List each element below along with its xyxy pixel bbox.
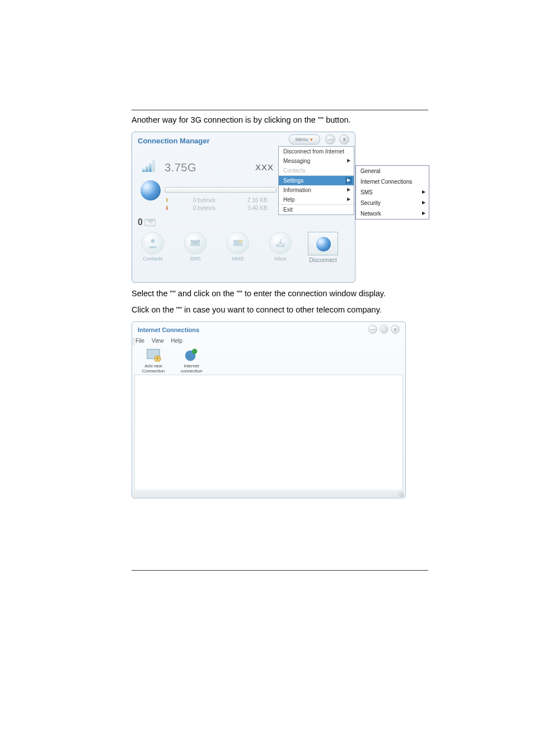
menubar: File View Help — [135, 338, 188, 344]
bottom-icon-row: Contacts SMS MMS Inbox Disconnect — [138, 232, 338, 263]
submenu-security[interactable]: Security▶ — [356, 198, 429, 208]
status-bar — [133, 489, 405, 497]
mms-button[interactable]: MMS — [223, 232, 253, 263]
menu-button[interactable]: Menu▼ — [289, 134, 320, 144]
menu-view[interactable]: View — [152, 338, 164, 344]
download-stats: ⬇ 0 bytes/s 3.40 KB — [165, 205, 268, 211]
sms-button[interactable]: SMS — [180, 232, 210, 263]
upload-stats: ⬆ 0 bytes/s 2.16 KB — [165, 197, 268, 203]
main-menu-dropdown: Disconnect from Internet Messaging▶ Cont… — [278, 146, 354, 215]
svg-point-0 — [151, 239, 154, 242]
bottom-rule — [132, 570, 428, 571]
submenu-sms[interactable]: SMS▶ — [356, 187, 429, 198]
figure-connection-manager: Connection Manager Menu▼ — x 3.75G XXX ⬆… — [132, 132, 428, 283]
minimize-button[interactable]: — — [325, 134, 335, 144]
close-button[interactable]: x — [339, 134, 349, 144]
menu-messaging[interactable]: Messaging▶ — [279, 156, 354, 166]
menu-help[interactable]: Help — [171, 338, 182, 344]
menu-settings[interactable]: Settings▶ — [279, 176, 354, 185]
top-rule — [132, 110, 428, 110]
toolbar: + Add new Connection Internet connection — [140, 347, 205, 374]
inbox-button[interactable]: Inbox — [265, 232, 296, 263]
window-title: Connection Manager — [138, 137, 210, 145]
menu-information[interactable]: Information▶ — [279, 185, 354, 195]
settings-submenu: General Internet Connections SMS▶ Securi… — [355, 165, 429, 220]
menu-disconnect-internet[interactable]: Disconnect from Internet — [279, 147, 354, 156]
paragraph-2: Select the "" and click on the "" to ent… — [132, 288, 428, 300]
toolbar-grip — [133, 338, 134, 345]
signal-icon — [142, 160, 159, 172]
minimize-button[interactable]: — — [368, 325, 377, 334]
paragraph-1: Another way for 3G connection is by clic… — [132, 115, 428, 126]
internet-connection-button[interactable]: Internet connection — [178, 347, 205, 374]
sms-counter: 0 — [138, 217, 156, 227]
window-title: Internet Connections — [138, 326, 199, 333]
main-area — [134, 375, 403, 496]
submenu-network[interactable]: Network▶ — [356, 208, 429, 219]
svg-text:+: + — [156, 356, 159, 361]
provider-label: XXX — [255, 162, 274, 172]
paragraph-3: Click on the "" in case you want to conn… — [132, 305, 428, 316]
globe-icon — [140, 180, 161, 200]
menu-file[interactable]: File — [135, 338, 144, 344]
envelope-icon — [144, 219, 156, 226]
submenu-internet-connections[interactable]: Internet Connections — [356, 176, 429, 187]
disconnect-button[interactable]: Disconnect — [308, 232, 338, 263]
progress-bar — [165, 187, 277, 193]
figure-internet-connections: Internet Connections — ▢ x File View Hel… — [132, 321, 406, 498]
menu-exit[interactable]: Exit — [279, 205, 354, 214]
add-new-connection-button[interactable]: + Add new Connection — [140, 347, 167, 374]
submenu-general[interactable]: General — [356, 166, 429, 176]
maximize-button[interactable]: ▢ — [380, 325, 388, 334]
para1-a: Another way for 3G connection is by clic… — [132, 115, 321, 124]
svg-point-3 — [239, 240, 242, 243]
menu-help[interactable]: Help▶ — [279, 195, 354, 205]
menu-contacts[interactable]: Contacts — [279, 166, 354, 176]
network-label: 3.75G — [165, 161, 196, 174]
contacts-button[interactable]: Contacts — [138, 232, 168, 263]
close-button[interactable]: x — [391, 325, 400, 334]
para1-b: " button. — [321, 115, 351, 124]
resize-grip-icon[interactable] — [398, 491, 404, 497]
svg-point-8 — [192, 348, 197, 353]
